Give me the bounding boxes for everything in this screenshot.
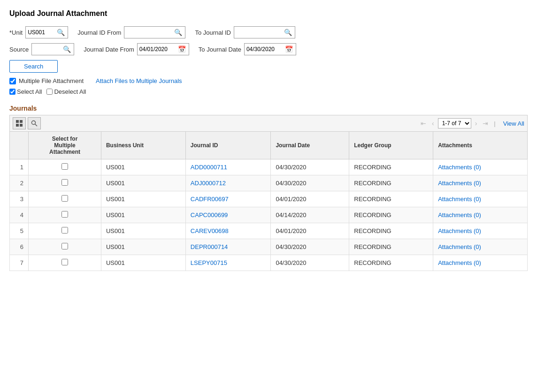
cell-journal-id[interactable]: ADD0000711 (185, 159, 271, 175)
journal-id-from-group: Journal ID From 🔍 (77, 26, 185, 38)
view-all-link[interactable]: View All (503, 120, 524, 127)
cell-attachments[interactable]: Attachments (0) (433, 223, 528, 239)
last-page-btn[interactable]: ⇥ (481, 119, 490, 128)
to-journal-date-calendar-btn[interactable]: 📅 (284, 45, 294, 53)
cell-business-unit: US001 (101, 223, 185, 239)
cell-journal-id[interactable]: LSEPY00715 (185, 255, 271, 271)
row-select-checkbox[interactable] (61, 179, 68, 186)
unit-input[interactable] (28, 29, 56, 36)
cell-business-unit: US001 (101, 207, 185, 223)
journal-id-from-search-btn[interactable]: 🔍 (173, 29, 183, 36)
grid-view-btn[interactable] (13, 117, 26, 129)
cell-row-num: 6 (10, 239, 29, 255)
source-search-btn[interactable]: 🔍 (62, 45, 72, 53)
to-journal-id-input[interactable] (236, 29, 283, 36)
cell-journal-id[interactable]: CAPC000699 (185, 207, 271, 223)
to-journal-id-label: To Journal ID (195, 29, 231, 36)
cell-journal-id[interactable]: DEPR000714 (185, 239, 271, 255)
svg-rect-1 (20, 120, 23, 123)
cell-journal-id[interactable]: ADJ0000712 (185, 175, 271, 191)
cell-select[interactable] (29, 175, 101, 191)
table-row: 1 US001 ADD0000711 04/30/2020 RECORDING … (10, 159, 528, 175)
cell-select[interactable] (29, 207, 101, 223)
journal-id-link[interactable]: CADFR00697 (191, 196, 229, 203)
col-business-unit: Business Unit (101, 132, 185, 159)
unit-group: *Unit 🔍 (9, 26, 68, 38)
deselect-all-label[interactable]: Deselect All (46, 88, 86, 95)
cell-attachments[interactable]: Attachments (0) (433, 175, 528, 191)
cell-ledger-group: RECORDING (349, 207, 433, 223)
journal-date-from-label: Journal Date From (84, 46, 134, 53)
attachments-link[interactable]: Attachments (0) (438, 164, 481, 171)
row-select-checkbox[interactable] (61, 227, 68, 234)
deselect-all-checkbox[interactable] (46, 89, 53, 95)
cell-attachments[interactable]: Attachments (0) (433, 255, 528, 271)
multiple-file-attachment-label[interactable]: Multiple File Attachment (19, 77, 84, 84)
unit-label: *Unit (9, 29, 23, 36)
multiple-file-attachment-section: Multiple File Attachment Attach Files to… (9, 77, 528, 84)
svg-line-5 (35, 124, 38, 127)
attachments-link[interactable]: Attachments (0) (438, 227, 481, 234)
cell-row-num: 4 (10, 207, 29, 223)
cell-select[interactable] (29, 239, 101, 255)
journal-date-from-group: Journal Date From 📅 (84, 43, 189, 55)
attachments-link[interactable]: Attachments (0) (438, 211, 481, 219)
cell-journal-date: 04/30/2020 (271, 175, 349, 191)
cell-attachments[interactable]: Attachments (0) (433, 159, 528, 175)
journal-id-link[interactable]: ADJ0000712 (191, 180, 226, 187)
to-journal-date-input[interactable] (246, 46, 284, 53)
cell-journal-id[interactable]: CAREV00698 (185, 223, 271, 239)
journal-date-from-input[interactable] (139, 46, 177, 53)
to-journal-id-search-btn[interactable]: 🔍 (283, 29, 293, 36)
page-select[interactable]: 1-7 of 7 (438, 118, 471, 128)
cell-select[interactable] (29, 255, 101, 271)
cell-select[interactable] (29, 223, 101, 239)
cell-select[interactable] (29, 191, 101, 207)
journal-id-from-input[interactable] (126, 29, 173, 36)
row-select-checkbox[interactable] (61, 163, 68, 170)
cell-row-num: 1 (10, 159, 29, 175)
table-search-btn[interactable] (28, 117, 41, 129)
attachments-link[interactable]: Attachments (0) (438, 243, 481, 250)
journal-id-link[interactable]: CAPC000699 (191, 211, 228, 219)
cell-attachments[interactable]: Attachments (0) (433, 191, 528, 207)
col-journal-id: Journal ID (185, 132, 271, 159)
select-all-checkbox[interactable] (9, 89, 15, 95)
page-title: Upload Journal Attachment (9, 9, 528, 18)
select-all-label[interactable]: Select All (9, 88, 42, 95)
cell-business-unit: US001 (101, 159, 185, 175)
cell-journal-date: 04/01/2020 (271, 223, 349, 239)
row-select-checkbox[interactable] (61, 243, 68, 249)
prev-page-btn[interactable]: ‹ (430, 119, 436, 128)
journal-id-link[interactable]: LSEPY00715 (191, 259, 227, 266)
attachments-link[interactable]: Attachments (0) (438, 180, 481, 187)
form-row-1: *Unit 🔍 Journal ID From 🔍 To Journal ID … (9, 26, 528, 38)
journals-title: Journals (9, 105, 528, 112)
first-page-btn[interactable]: ⇤ (419, 119, 428, 128)
cell-business-unit: US001 (101, 255, 185, 271)
table-row: 3 US001 CADFR00697 04/01/2020 RECORDING … (10, 191, 528, 207)
cell-select[interactable] (29, 159, 101, 175)
source-input[interactable] (34, 46, 62, 53)
row-select-checkbox[interactable] (61, 259, 68, 265)
journal-id-link[interactable]: ADD0000711 (191, 164, 227, 171)
to-journal-id-group: To Journal ID 🔍 (195, 26, 295, 38)
journal-date-from-calendar-btn[interactable]: 📅 (177, 45, 187, 53)
multiple-file-attachment-checkbox[interactable] (9, 78, 16, 84)
next-page-btn[interactable]: › (473, 119, 479, 128)
journal-id-link[interactable]: CAREV00698 (191, 227, 229, 234)
attachments-link[interactable]: Attachments (0) (438, 196, 481, 203)
row-select-checkbox[interactable] (61, 195, 68, 202)
table-row: 7 US001 LSEPY00715 04/30/2020 RECORDING … (10, 255, 528, 271)
search-button[interactable]: Search (9, 60, 58, 73)
cell-attachments[interactable]: Attachments (0) (433, 239, 528, 255)
cell-journal-id[interactable]: CADFR00697 (185, 191, 271, 207)
journals-table: Select forMultipleAttachment Business Un… (9, 131, 528, 271)
journals-section: Journals ⇤ ‹ 1-7 of 7 › ⇥ | (9, 105, 528, 271)
row-select-checkbox[interactable] (61, 211, 68, 218)
journal-id-link[interactable]: DEPR000714 (191, 243, 228, 250)
attachments-link[interactable]: Attachments (0) (438, 259, 481, 266)
cell-attachments[interactable]: Attachments (0) (433, 207, 528, 223)
attach-files-link[interactable]: Attach Files to Multiple Journals (96, 77, 182, 84)
unit-search-icon-btn[interactable]: 🔍 (56, 29, 66, 36)
